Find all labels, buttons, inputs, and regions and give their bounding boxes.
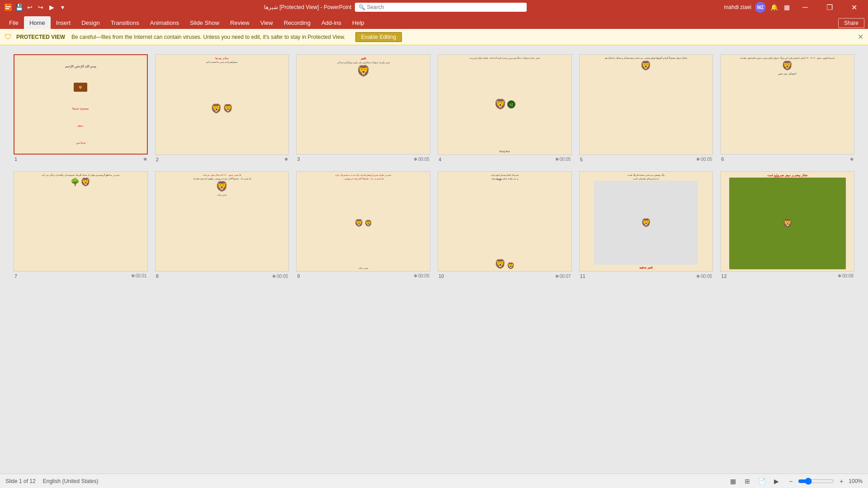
slide-grid: بِسمِ اللهِ الرَّحمٰنِ الرَّحيم 🦁 موضوع:… <box>14 54 854 279</box>
star-icon-2: ✱ <box>284 157 288 162</box>
slide-item-6[interactable]: شیرها دارویی حدود ۱۲۰ تا ۱۹۰ کیلو یا بیش… <box>720 54 854 162</box>
slide-number-5: 5 <box>580 157 583 162</box>
tab-file[interactable]: File <box>4 16 24 29</box>
tab-view[interactable]: View <box>255 16 278 29</box>
slideshow-button[interactable]: ▶ <box>771 476 782 487</box>
slide-item-5[interactable]: شکار حیوان معمولاً افراد و گوزفها هوای و… <box>579 54 713 162</box>
zoom-controls: − + 100% <box>785 476 863 487</box>
slide-thumb-4: شیر میان حیوانات جنگ بس ترین رتبه را دار… <box>438 54 572 155</box>
restore-button[interactable]: ❐ <box>819 0 840 14</box>
document-title: شیرها [Protected View] - PowerPoint <box>264 4 352 10</box>
zoom-out-button[interactable]: − <box>785 476 796 487</box>
avatar[interactable]: MZ <box>755 2 766 13</box>
statusbar: Slide 1 of 12 English (United States) ▦ … <box>0 474 868 488</box>
slide-item-2[interactable]: سلام بچه ها میخواهم راجب شیر ها صحبت کنم… <box>155 54 289 162</box>
title-bar: P 💾 ↩ ↪ ▶ ▾ شیرها [Protected View] - Pow… <box>0 0 868 14</box>
slide-info-6: 6 ✱ <box>720 156 854 162</box>
tab-insert[interactable]: Insert <box>51 16 76 29</box>
tab-home[interactable]: Home <box>24 16 51 29</box>
star-icon-3: ✱ <box>414 157 417 162</box>
tab-help[interactable]: Help <box>347 16 370 29</box>
star-icon-10: ✱ <box>555 274 559 279</box>
slide-duration-4: ✱ 00:05 <box>555 157 571 162</box>
slide-duration-12: ✱ 00:08 <box>838 273 854 278</box>
slide-duration-5: ✱ 00:05 <box>696 157 712 162</box>
zoom-in-button[interactable]: + <box>836 476 847 487</box>
minimize-button[interactable]: ─ <box>795 0 816 14</box>
slide-info-1: 1 ✱ <box>14 156 148 162</box>
slide-thumb-7: شیر در مناطق گرمسیری جهان از جمله آفریقا… <box>14 171 148 272</box>
slide-thumb-2: سلام بچه ها میخواهم راجب شیر ها صحبت کنم… <box>155 54 289 155</box>
slide-number-9: 9 <box>297 273 300 279</box>
quick-access-undo[interactable]: ↩ <box>25 3 34 12</box>
normal-view-button[interactable]: ▦ <box>727 476 738 487</box>
status-right: ▦ ⊞ 📄 ▶ − + 100% <box>727 476 863 487</box>
tab-design[interactable]: Design <box>76 16 105 29</box>
tab-slideshow[interactable]: Slide Show <box>184 16 225 29</box>
search-icon: 🔍 <box>359 4 365 10</box>
slide-duration-8: ✱ 00:05 <box>272 274 288 279</box>
slide-thumb-1: بِسمِ اللهِ الرَّحمٰنِ الرَّحيم 🦁 موضوع:… <box>14 54 148 155</box>
tab-transitions[interactable]: Transitions <box>105 16 145 29</box>
titlebar-right: mahdi ziaei MZ 🔔 ▦ ─ ❐ ✕ <box>724 0 864 14</box>
protected-message: Be careful—files from the Internet can c… <box>71 34 345 40</box>
tab-review[interactable]: Review <box>225 16 255 29</box>
slide-item-11[interactable]: رنگ پوشش بدن شیر سفید کم رنگ است تر از ش… <box>579 171 713 279</box>
star-icon-6: ✱ <box>850 157 854 162</box>
slide-info-11: 11 ✱ 00:05 <box>579 273 713 279</box>
star-icon-9: ✱ <box>414 273 417 278</box>
quick-access-redo[interactable]: ↪ <box>36 3 45 12</box>
tab-recording[interactable]: Recording <box>278 16 316 29</box>
slide-item-4[interactable]: شیر میان حیوانات جنگ بس ترین رتبه را دار… <box>438 54 572 162</box>
slide-duration-11: ✱ 00:05 <box>696 274 712 279</box>
zoom-slider[interactable] <box>798 478 834 485</box>
slide-item-8[interactable]: یک شیر حدود ۱۰ تا ۱۵ سال عمر می کند یک ش… <box>155 171 289 279</box>
close-protected-bar-button[interactable]: ✕ <box>858 33 863 41</box>
slide-item-12[interactable]: شکار بیشتر بر دوش شیر ماده است 🦁 12 ✱ 00… <box>720 171 854 279</box>
username-label: mahdi ziaei <box>724 4 751 10</box>
slide-item-9[interactable]: شیر نر طرف سر و بُریقش اسباب یک بند بد ب… <box>296 171 430 279</box>
slide-count-label: Slide 1 of 12 <box>5 478 36 484</box>
slide-info-5: 5 ✱ 00:05 <box>579 157 713 162</box>
slide-item-3[interactable]: شیر شیر یکی از حیوانات شکارچی دارد رام و… <box>296 54 430 162</box>
notifications-icon[interactable]: 🔔 <box>769 3 778 12</box>
slide-thumb-12: شکار بیشتر بر دوش شیر ماده است 🦁 <box>720 171 854 272</box>
slide-area: بِسمِ اللهِ الرَّحمٰنِ الرَّحيم 🦁 موضوع:… <box>0 45 868 474</box>
star-icon-1: ✱ <box>143 157 147 162</box>
slide-number-7: 7 <box>14 273 17 279</box>
slide-duration-7: ✱ 00:01 <box>131 273 147 278</box>
quick-access-customize[interactable]: ▾ <box>58 3 67 12</box>
close-button[interactable]: ✕ <box>844 0 864 14</box>
star-icon-5: ✱ <box>696 157 700 162</box>
slide-number-12: 12 <box>721 273 726 279</box>
quick-access-save[interactable]: 💾 <box>14 3 24 12</box>
slide-thumb-8: یک شیر حدود ۱۰ تا ۱۵ سال عمر می کند یک ش… <box>155 171 289 272</box>
svg-rect-2 <box>5 8 9 9</box>
slide-item-1[interactable]: بِسمِ اللهِ الرَّحمٰنِ الرَّحيم 🦁 موضوع:… <box>14 54 148 162</box>
slide-sorter-button[interactable]: ⊞ <box>742 476 753 487</box>
shield-icon: 🛡 <box>5 33 12 41</box>
titlebar-center: شیرها [Protected View] - PowerPoint 🔍 <box>67 3 724 12</box>
slide-info-2: 2 ✱ <box>155 157 289 162</box>
tab-animations[interactable]: Animations <box>145 16 184 29</box>
slide-number-2: 2 <box>156 157 159 162</box>
slide-duration-10: ✱ 00:07 <box>555 274 571 279</box>
slide-item-7[interactable]: شیر در مناطق گرمسیری جهان از جمله آفریقا… <box>14 171 148 279</box>
slide-duration-3: ✱ 00:05 <box>414 157 429 162</box>
zoom-level: 100% <box>849 478 863 484</box>
search-input[interactable] <box>355 3 527 12</box>
slide-thumb-3: شیر شیر یکی از حیوانات شکارچی دارد رام و… <box>296 54 430 155</box>
slide-thumb-11: رنگ پوشش بدن شیر سفید کم رنگ است تر از ش… <box>579 171 713 272</box>
slide-info-4: 4 ✱ 00:05 <box>438 157 572 162</box>
share-button[interactable]: Share <box>838 18 864 28</box>
slide-duration-2: ✱ <box>284 157 288 162</box>
quick-access-present[interactable]: ▶ <box>47 3 56 12</box>
slide-info-7: 7 ✱ 00:01 <box>14 273 148 279</box>
slide-item-10[interactable]: شیرها پاهای بسیار قوی دارند و می توانند … <box>438 171 572 279</box>
slide-info-10: 10 ✱ 00:07 <box>438 273 572 279</box>
slide-info-8: 8 ✱ 00:05 <box>155 273 289 279</box>
enable-editing-button[interactable]: Enable Editing <box>355 32 402 42</box>
tab-addins[interactable]: Add-ins <box>316 16 347 29</box>
ribbon-display-icon[interactable]: ▦ <box>782 3 791 12</box>
reading-view-button[interactable]: 📄 <box>756 476 767 487</box>
